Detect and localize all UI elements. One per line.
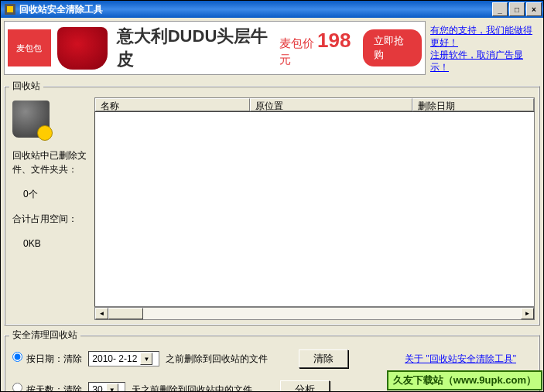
size-label: 合计占用空间：	[12, 212, 91, 226]
about-link[interactable]: 关于 "回收站安全清除工具"	[405, 353, 532, 366]
deleted-label-1: 回收站中已删除文	[12, 148, 91, 162]
app-icon	[4, 3, 16, 15]
maximize-button[interactable]: □	[509, 2, 525, 16]
ad-buy-button[interactable]: 立即抢购	[363, 29, 422, 66]
file-list: 名称 原位置 删除日期 ◄ ►	[94, 97, 535, 320]
ad-price-label: 麦包价	[279, 36, 314, 49]
register-link[interactable]: 注册软件，取消广告显示！	[430, 49, 535, 73]
ad-logo: 麦包包	[8, 29, 51, 66]
recycle-bin-icon	[12, 101, 50, 138]
deleted-count: 0个	[12, 187, 91, 201]
days-value: 30	[92, 384, 102, 392]
date-value: 2010- 2-12	[92, 353, 137, 364]
analyze-button[interactable]: 分析	[280, 380, 330, 392]
watermark: 久友下载站（www.9upk.com）	[387, 370, 542, 390]
close-button[interactable]: ×	[526, 2, 542, 16]
by-date-radio[interactable]	[12, 352, 22, 362]
column-date[interactable]: 删除日期	[412, 98, 534, 111]
ad-price-unit: 元	[279, 53, 291, 66]
chevron-down-icon[interactable]: ▼	[106, 383, 118, 392]
recycle-legend: 回收站	[9, 80, 43, 93]
minimize-button[interactable]: _	[492, 2, 508, 16]
ad-price: 麦包价 198元	[279, 29, 357, 67]
by-date-option[interactable]: 按日期：清除	[12, 352, 82, 366]
date-suffix: 之前删除到回收站的文件	[166, 353, 268, 366]
column-name[interactable]: 名称	[95, 98, 250, 111]
stats-panel: 回收站中已删除文 件、文件夹共： 0个 合计占用空间： 0KB	[9, 97, 94, 320]
ad-area: 麦包包 意大利DUDU头层牛皮 麦包价 198元 立即抢购 有您的支持，我们能做…	[4, 21, 540, 75]
column-location[interactable]: 原位置	[250, 98, 412, 111]
by-days-radio[interactable]	[12, 383, 22, 392]
recycle-group: 回收站 回收站中已删除文 件、文件夹共： 0个 合计占用空间： 0KB 名称 原…	[4, 80, 540, 326]
horizontal-scrollbar[interactable]: ◄ ►	[94, 307, 535, 320]
by-days-option[interactable]: 按天数：清除	[12, 383, 82, 392]
by-date-label: 按日期：清除	[26, 353, 82, 364]
days-combo[interactable]: 30 ▼	[88, 382, 125, 392]
deleted-label-2: 件、文件夹共：	[12, 162, 91, 176]
clean-legend: 安全清理回收站	[9, 329, 80, 342]
title-bar: 回收站安全清除工具 _ □ ×	[1, 1, 543, 18]
ad-side-links: 有您的支持，我们能做得更好！ 注册软件，取消广告显示！	[426, 21, 540, 75]
ad-product-image	[57, 27, 108, 70]
clear-button[interactable]: 清除	[299, 349, 348, 368]
scroll-left-button[interactable]: ◄	[95, 308, 108, 319]
by-days-label: 按天数：清除	[26, 384, 82, 392]
date-combo[interactable]: 2010- 2-12 ▼	[88, 351, 159, 366]
scroll-right-button[interactable]: ►	[521, 308, 534, 319]
support-link[interactable]: 有您的支持，我们能做得更好！	[430, 24, 535, 49]
days-suffix: 天之前删除到回收站中的文件	[132, 383, 252, 393]
window-title: 回收站安全清除工具	[19, 3, 492, 16]
ad-text: 意大利DUDU头层牛皮	[117, 25, 273, 71]
svg-rect-1	[7, 6, 13, 12]
list-header: 名称 原位置 删除日期	[94, 97, 535, 111]
list-body[interactable]	[94, 111, 535, 307]
ad-banner[interactable]: 麦包包 意大利DUDU头层牛皮 麦包价 198元 立即抢购	[4, 21, 426, 75]
scroll-track[interactable]	[143, 308, 521, 319]
size-value: 0KB	[12, 237, 91, 251]
scroll-thumb[interactable]	[108, 308, 143, 319]
ad-price-number: 198	[317, 29, 351, 52]
chevron-down-icon[interactable]: ▼	[140, 353, 152, 365]
